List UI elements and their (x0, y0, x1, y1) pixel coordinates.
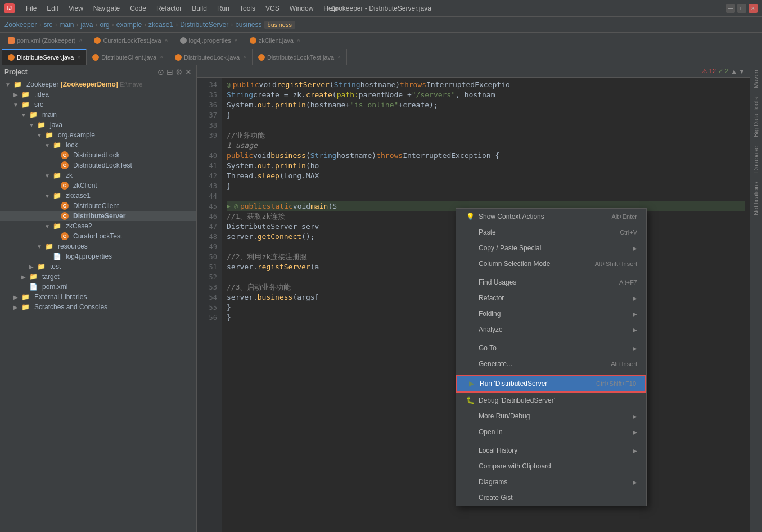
context-menu-item-run-ds[interactable]: ▶Run 'DistributedServer'Ctrl+Shift+F10 (456, 375, 646, 393)
minimize-button[interactable]: — (726, 4, 735, 13)
menu-item-file[interactable]: File (21, 2, 41, 15)
tree-item-idea[interactable]: ▶📁.idea (0, 89, 196, 100)
menu-item-run[interactable]: Run (213, 2, 234, 15)
nav-down-icon[interactable]: ▼ (738, 67, 745, 75)
tree-item-curatorlocktest[interactable]: CCuratorLockTest (0, 231, 196, 241)
context-menu-item-open-in[interactable]: Open In▶ (456, 424, 646, 440)
right-panel-tab-maven[interactable]: Maven (750, 65, 762, 93)
upper-tab-curatorlocktest-java[interactable]: CuratorLockTest.java× (88, 33, 174, 48)
tab-close-icon[interactable]: × (165, 37, 168, 43)
tree-item-java[interactable]: ▼📁java (0, 120, 196, 130)
context-menu-item-debug-ds[interactable]: 🐛Debug 'DistributedServer' (456, 393, 646, 408)
breadcrumb-part-distributeserver[interactable]: DistributeServer (180, 21, 228, 29)
right-panel-tab-notifications[interactable]: Notifications (750, 177, 762, 220)
tab-close-icon[interactable]: × (297, 37, 300, 43)
upper-tab-log4j-properties[interactable]: log4j.properties× (174, 33, 244, 48)
code-token: . (270, 161, 275, 171)
tree-item-pomxml[interactable]: 📄pom.xml (0, 282, 196, 292)
context-menu-item-analyze[interactable]: Analyze▶ (456, 322, 646, 337)
tree-item-distributedlocktest[interactable]: CDistributedLockTest (0, 160, 196, 170)
context-menu-item-local-history[interactable]: Local History▶ (456, 443, 646, 458)
sidebar-settings-icon[interactable]: ⚙ (175, 67, 183, 76)
tree-item-src[interactable]: ▼📁src (0, 100, 196, 110)
tree-item-test[interactable]: ▶📁test (0, 262, 196, 272)
menu-item-window[interactable]: Window (285, 2, 318, 15)
tree-item-resources[interactable]: ▼📁resources (0, 241, 196, 251)
tab-close-icon[interactable]: × (79, 37, 83, 43)
tree-item-target[interactable]: ▶📁target (0, 272, 196, 282)
tree-item-lock[interactable]: ▼📁lock (0, 140, 196, 150)
context-menu-item-create-gist[interactable]: Create Gist (456, 490, 646, 506)
menu-item-code[interactable]: Code (125, 2, 151, 15)
menu-item-view[interactable]: View (64, 2, 88, 15)
nav-up-icon[interactable]: ▲ (731, 67, 737, 75)
tree-item-org-example[interactable]: ▼📁org.example (0, 130, 196, 140)
main-tabs-bar: DistributeServer.java×DistributeClient.j… (0, 48, 762, 65)
tab-close-icon[interactable]: × (160, 54, 163, 60)
breadcrumb-part-zkcase1[interactable]: zkcase1 (148, 21, 173, 29)
menu-item-navigate[interactable]: Navigate (89, 2, 124, 15)
context-menu-item-more-run-debug[interactable]: More Run/Debug▶ (456, 408, 646, 424)
tab-close-icon[interactable]: × (243, 54, 246, 60)
close-button[interactable]: ✕ (749, 4, 758, 13)
right-panel-tab-database[interactable]: Database (750, 142, 762, 177)
main-tab-distributeclient-java[interactable]: DistributeClient.java× (87, 49, 169, 65)
context-menu-item-paste[interactable]: PasteCtrl+V (456, 224, 646, 240)
tree-item-extlibs[interactable]: ▶📁External Libraries (0, 292, 196, 302)
context-menu-item-folding[interactable]: Folding▶ (456, 306, 646, 322)
gutter-icon[interactable]: @ (227, 80, 231, 90)
tree-item-distributeclient[interactable]: CDistributeClient (0, 201, 196, 211)
sidebar-locate-icon[interactable]: ⊙ (157, 67, 164, 76)
breadcrumb-part-main[interactable]: main (59, 21, 74, 29)
context-menu-item-refactor[interactable]: Refactor▶ (456, 290, 646, 306)
context-menu-item-go-to[interactable]: Go To▶ (456, 340, 646, 356)
tree-item-distributeserver[interactable]: CDistributeServer (0, 211, 196, 221)
breadcrumb-part-org[interactable]: org (100, 21, 109, 29)
tree-item-log4j[interactable]: 📄log4j.properties (0, 251, 196, 262)
menu-item-build[interactable]: Build (187, 2, 211, 15)
context-menu-arrow-icon: ▶ (633, 311, 637, 317)
breadcrumb-part-example[interactable]: example (116, 21, 142, 29)
tab-close-icon[interactable]: × (235, 37, 238, 43)
tab-close-icon[interactable]: × (337, 54, 341, 60)
tree-item-zkclient[interactable]: CzkClient (0, 181, 196, 191)
right-panel-tab-big-data-tools[interactable]: Big Data Tools (750, 93, 762, 142)
context-menu-item-copy-paste-special[interactable]: Copy / Paste Special▶ (456, 240, 646, 256)
breadcrumb-part-zookeeper[interactable]: Zookeeper (4, 21, 37, 29)
sidebar-collapse-icon[interactable]: ⊟ (166, 67, 173, 76)
breadcrumb-part-business[interactable]: business (235, 21, 261, 29)
tree-item-zk[interactable]: ▼📁zk (0, 170, 196, 181)
tree-item-distributedlock[interactable]: CDistributedLock (0, 150, 196, 160)
menu-item-refactor[interactable]: Refactor (152, 2, 186, 15)
breadcrumb-part-src[interactable]: src (43, 21, 52, 29)
menu-item-edit[interactable]: Edit (42, 2, 63, 15)
gutter-icon[interactable]: ▶ @ (227, 201, 238, 211)
tree-item-zookeeper-root[interactable]: ▼📁Zookeeper [ZookeeperDemo] E:\mave (0, 79, 196, 89)
file-icon (250, 37, 256, 44)
tree-item-main[interactable]: ▼📁main (0, 110, 196, 120)
upper-tab-pom-xml--zookeeper-[interactable]: pom.xml (Zookeeper)× (2, 33, 88, 48)
context-menu-item-find-usages[interactable]: Find UsagesAlt+F7 (456, 274, 646, 290)
main-tab-distributedlocktest-java[interactable]: DistributedLockTest.java× (253, 49, 347, 65)
code-token: "is online" (350, 100, 398, 110)
menu-item-vcs[interactable]: VCS (261, 2, 284, 15)
sidebar-close-icon[interactable]: ✕ (185, 67, 192, 76)
context-menu-item-column-selection[interactable]: Column Selection ModeAlt+Shift+Insert (456, 256, 646, 272)
upper-tab-zkclient-java[interactable]: zkClient.java× (244, 33, 306, 48)
tree-item-zkcase2[interactable]: ▼📁zkCase2 (0, 221, 196, 231)
context-menu-item-show-context-actions[interactable]: 💡Show Context ActionsAlt+Enter (456, 209, 646, 224)
menu-item-tools[interactable]: Tools (235, 2, 260, 15)
context-menu-item-diagrams[interactable]: Diagrams▶ (456, 474, 646, 490)
breadcrumb-part-java[interactable]: java (80, 21, 93, 29)
context-menu-item-compare-clipboard[interactable]: Compare with Clipboard (456, 458, 646, 474)
tree-item-scratches[interactable]: ▶📁Scratches and Consoles (0, 302, 196, 312)
tree-item-zkcase1[interactable]: ▼📁zkcase1 (0, 191, 196, 201)
context-menu-arrow-icon: ▶ (633, 345, 637, 351)
tab-close-icon[interactable]: × (78, 55, 81, 61)
context-menu-item-generate[interactable]: Generate...Alt+Insert (456, 356, 646, 372)
warning-indicator: ⚠ 12 (702, 67, 716, 75)
main-tab-distributedlock-java[interactable]: DistributedLock.java× (169, 49, 253, 65)
code-token: println (275, 161, 306, 171)
main-tab-distributeserver-java[interactable]: DistributeServer.java× (2, 49, 87, 65)
maximize-button[interactable]: □ (737, 4, 746, 13)
